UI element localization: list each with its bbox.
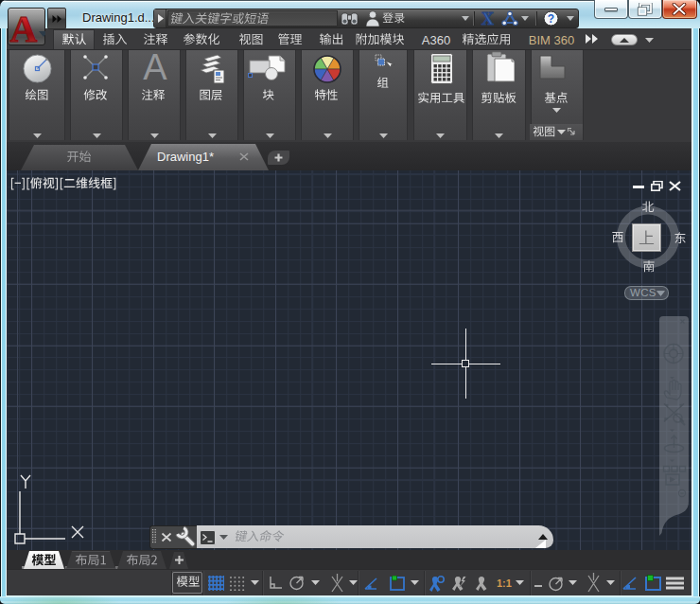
svg-text:X: X xyxy=(481,10,494,27)
svg-text:?: ? xyxy=(548,12,554,26)
svg-text:A: A xyxy=(10,8,38,45)
